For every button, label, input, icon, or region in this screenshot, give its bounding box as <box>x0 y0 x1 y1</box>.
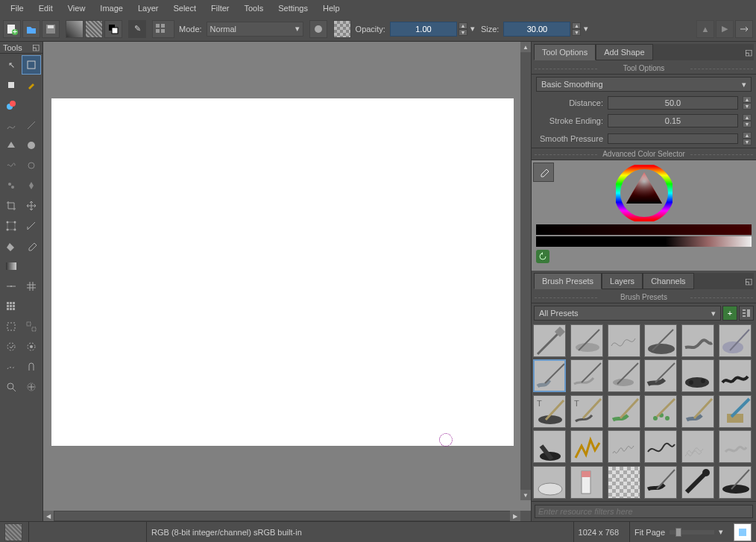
tab-brush-presets[interactable]: Brush Presets <box>534 273 602 289</box>
new-file-button[interactable]: + <box>3 20 21 38</box>
tool-move2[interactable] <box>22 196 41 215</box>
open-file-button[interactable] <box>22 20 40 38</box>
tool-fill[interactable] <box>1 236 21 256</box>
menu-view[interactable]: View <box>60 1 93 15</box>
tool-crop2[interactable] <box>1 196 21 215</box>
scroll-left-icon[interactable]: ◀ <box>43 511 54 521</box>
tool-eyedropper[interactable] <box>22 236 41 256</box>
presets-filter-dropdown[interactable]: All Presets▾ <box>534 306 721 321</box>
menu-file[interactable]: File <box>3 1 31 15</box>
preserve-alpha-button[interactable] <box>309 20 327 38</box>
tool-polygon[interactable] <box>1 136 21 155</box>
brush-preset[interactable] <box>608 466 640 499</box>
tool-select-similar[interactable] <box>22 317 41 336</box>
size-up[interactable]: ▲ <box>572 22 581 29</box>
brush-preset[interactable] <box>719 466 752 499</box>
brush-preset[interactable]: T <box>533 395 566 428</box>
pressure-down[interactable]: ▼ <box>743 139 752 145</box>
brush-preset[interactable] <box>533 430 566 463</box>
mirror-h-button[interactable]: ▲ <box>696 20 714 38</box>
brush-preset[interactable] <box>681 430 714 463</box>
tool-gradient[interactable] <box>1 256 21 276</box>
zoom-slider[interactable] <box>670 530 714 535</box>
brush-preset[interactable] <box>681 324 714 357</box>
brush-preset[interactable] <box>644 466 677 499</box>
zoom-fit-label[interactable]: Fit Page <box>634 528 665 537</box>
tab-add-shape[interactable]: Add Shape <box>596 44 652 60</box>
tool-select-contiguous[interactable] <box>1 337 21 356</box>
brush-preset[interactable] <box>644 395 677 428</box>
brush-preset[interactable] <box>681 359 714 392</box>
grid-options-button[interactable] <box>152 20 174 38</box>
tool-transform[interactable] <box>22 55 41 75</box>
menu-image[interactable]: Image <box>92 1 130 15</box>
brush-preset[interactable] <box>644 324 677 357</box>
tab-channels[interactable]: Channels <box>643 273 693 289</box>
distance-input[interactable] <box>608 96 738 110</box>
color-shade-strip[interactable] <box>536 236 752 247</box>
color-history-strip[interactable] <box>536 224 752 235</box>
scroll-up-icon[interactable]: ▲ <box>520 42 531 52</box>
scroll-right-icon[interactable]: ▶ <box>510 511 520 521</box>
opacity-down[interactable]: ▼ <box>459 29 467 36</box>
tool-move[interactable]: ↖ <box>1 55 21 75</box>
scroll-down-icon[interactable]: ▼ <box>520 490 531 500</box>
tools-float-icon[interactable]: ◱ <box>32 42 40 52</box>
tool-select-outline[interactable] <box>22 337 41 356</box>
tool-freehand[interactable] <box>1 156 21 175</box>
color-refresh-button[interactable] <box>536 250 549 263</box>
tool-pattern-grid[interactable] <box>1 297 21 316</box>
status-canvas-button[interactable] <box>734 523 752 541</box>
brush-preset[interactable] <box>719 359 752 392</box>
tool-grid[interactable] <box>22 277 41 296</box>
brush-preset[interactable] <box>608 430 640 463</box>
blend-mode-dropdown[interactable]: Normal▾ <box>207 22 303 37</box>
new-preset-button[interactable]: + <box>722 306 737 321</box>
size-input[interactable] <box>503 22 570 37</box>
alpha-lock-button[interactable] <box>333 20 351 38</box>
size-down[interactable]: ▼ <box>572 29 581 36</box>
mirror-v-button[interactable]: ▶ <box>716 20 734 38</box>
tool-color-picker[interactable] <box>1 95 21 115</box>
size-dropdown-icon[interactable]: ▾ <box>582 24 590 34</box>
tool-crop[interactable] <box>1 75 21 95</box>
presets-float-icon[interactable]: ◱ <box>743 273 754 289</box>
menu-filter[interactable]: Filter <box>204 1 236 15</box>
tool-perspective[interactable] <box>1 216 21 236</box>
opacity-up[interactable]: ▲ <box>459 22 467 29</box>
color-swap-button[interactable] <box>104 20 122 38</box>
brush-preset[interactable] <box>608 359 640 392</box>
tool-assistant[interactable] <box>1 277 21 296</box>
smoothing-dropdown[interactable]: Basic Smoothing▾ <box>536 77 752 92</box>
opacity-dropdown-icon[interactable]: ▾ <box>469 24 476 34</box>
canvas[interactable] <box>51 98 514 446</box>
brush-preset[interactable] <box>644 359 677 392</box>
smooth-pressure-slider[interactable] <box>608 133 738 144</box>
menu-select[interactable]: Select <box>166 1 204 15</box>
brush-preset[interactable] <box>570 324 603 357</box>
brush-preset[interactable] <box>608 395 640 428</box>
menu-help[interactable]: Help <box>315 1 347 15</box>
menu-settings[interactable]: Settings <box>271 1 315 15</box>
brush-preset[interactable] <box>533 466 566 499</box>
preset-view-button[interactable] <box>739 306 754 321</box>
panel-float-icon[interactable]: ◱ <box>743 44 754 60</box>
tool-select-rect[interactable] <box>1 317 21 336</box>
tool-brush[interactable] <box>22 75 41 95</box>
brush-preset[interactable] <box>681 395 714 428</box>
horizontal-scrollbar[interactable]: ◀ ▶ <box>43 511 531 521</box>
brush-preset[interactable] <box>570 359 603 392</box>
menu-tools[interactable]: Tools <box>237 1 271 15</box>
menu-layer[interactable]: Layer <box>130 1 166 15</box>
tool-deform[interactable] <box>22 176 41 195</box>
menu-edit[interactable]: Edit <box>31 1 60 15</box>
distance-up[interactable]: ▲ <box>743 96 752 103</box>
brush-preset[interactable] <box>719 395 752 428</box>
save-file-button[interactable] <box>42 20 60 38</box>
tool-multibrush[interactable] <box>1 176 21 195</box>
color-picker-button[interactable] <box>533 163 554 182</box>
brush-engine-button[interactable]: ✎ <box>128 20 146 38</box>
stroke-ending-input[interactable] <box>608 114 738 127</box>
selection-mask-button[interactable] <box>4 523 22 541</box>
brush-preset[interactable] <box>719 430 752 463</box>
